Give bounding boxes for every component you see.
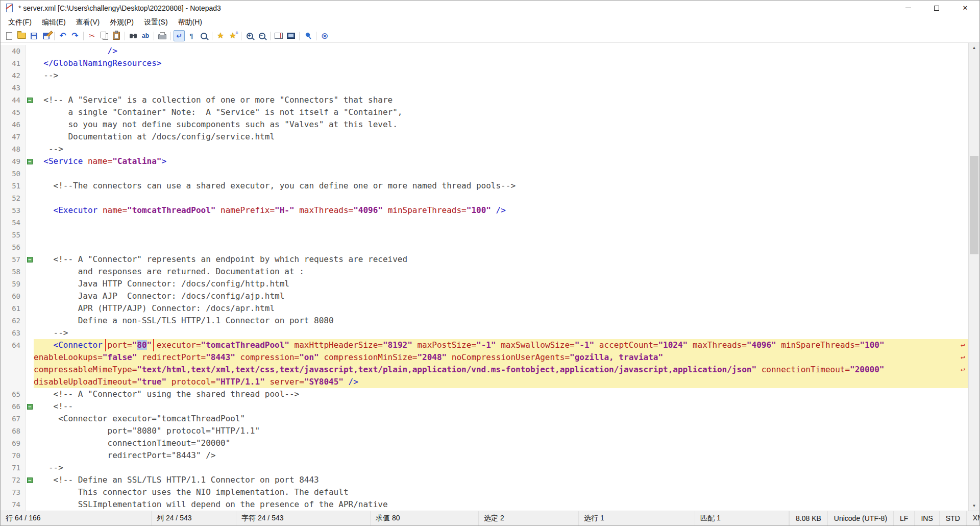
code-text[interactable]: redirectPort="8443" />	[34, 449, 968, 462]
code-text[interactable]: -->	[34, 327, 968, 339]
save-file-icon[interactable]	[28, 30, 39, 41]
replace-icon[interactable]: ab	[140, 30, 151, 41]
add-favorite-icon[interactable]: ★	[227, 30, 238, 41]
vertical-scrollbar[interactable]: ▲ ▼	[968, 43, 979, 511]
line-number[interactable]	[1, 376, 26, 388]
code-text[interactable]: <!-- A "Service" is a collection of one …	[34, 94, 968, 106]
open-file-icon[interactable]	[16, 30, 27, 41]
code-text[interactable]: Java AJP Connector: /docs/config/ajp.htm…	[34, 290, 968, 302]
always-on-top-pin-icon[interactable]	[302, 30, 313, 41]
menu-item-view[interactable]: 查看(V)	[71, 16, 105, 29]
status-encoding[interactable]: Unicode (UTF-8)	[827, 511, 893, 525]
line-number[interactable]: 70	[1, 449, 26, 462]
code-text[interactable]	[34, 241, 968, 253]
restore-button[interactable]	[922, 1, 951, 15]
code-text[interactable]: port="8080" protocol="HTTP/1.1"	[34, 425, 968, 437]
line-number[interactable]: 71	[1, 462, 26, 474]
print-icon[interactable]	[157, 30, 168, 41]
line-number[interactable]: 65	[1, 388, 26, 400]
line-number[interactable]: 44	[1, 94, 26, 106]
code-text[interactable]: <Connector executor="tomcatThreadPool"	[34, 413, 968, 425]
line-number[interactable]	[1, 364, 26, 376]
menu-item-settings[interactable]: 设置(S)	[139, 16, 173, 29]
undo-icon[interactable]: ↶	[57, 30, 68, 41]
code-text[interactable]: <!--The connectors can use a shared exec…	[34, 180, 968, 192]
code-text[interactable]: <Executor name="tomcatThreadPool" namePr…	[34, 204, 968, 217]
code-text[interactable]: <Service name="Catalina">	[34, 155, 968, 168]
code-text[interactable]: and responses are returned. Documentatio…	[34, 266, 968, 278]
menu-item-file[interactable]: 文件(F)	[3, 16, 37, 29]
code-text[interactable]: <!-- Define an SSL/TLS HTTP/1.1 Connecto…	[34, 474, 968, 486]
code-text[interactable]: so you may not define subcomponents such…	[34, 118, 968, 131]
code-text[interactable]: <!-- A "Connector" represents an endpoin…	[34, 253, 968, 266]
exit-icon[interactable]: ⊗	[319, 30, 330, 41]
line-number[interactable]: 58	[1, 266, 26, 278]
code-text[interactable]: a single "Container" Note: A "Service" i…	[34, 106, 968, 118]
line-number[interactable]: 42	[1, 69, 26, 82]
code-text[interactable]	[34, 82, 968, 94]
status-edit-mode[interactable]: STD	[939, 511, 966, 525]
code-text[interactable]: -->	[34, 143, 968, 155]
line-number[interactable]: 55	[1, 229, 26, 241]
code-text[interactable]: Documentation at /docs/config/service.ht…	[34, 131, 968, 143]
minimize-button[interactable]	[894, 1, 922, 15]
menu-item-appearance[interactable]: 外观(P)	[105, 16, 139, 29]
code-text[interactable]: <!--	[34, 400, 968, 413]
code-text[interactable]: Java HTTP Connector: /docs/config/http.h…	[34, 278, 968, 290]
code-text[interactable]: compressableMimeType="text/html,text/xml…	[34, 364, 968, 376]
fold-margin[interactable]: −	[26, 400, 34, 413]
line-number[interactable]: 43	[1, 82, 26, 94]
scroll-up-arrow[interactable]: ▲	[969, 43, 979, 53]
save-as-icon[interactable]	[40, 30, 52, 41]
fold-margin[interactable]: −	[26, 474, 34, 486]
zoom-out-icon[interactable]	[256, 30, 267, 41]
line-number[interactable]: 62	[1, 315, 26, 327]
code-text[interactable]: -->	[34, 462, 968, 474]
code-text[interactable]	[34, 168, 968, 180]
line-number[interactable]: 68	[1, 425, 26, 437]
status-file-size[interactable]: 8.08 KB	[789, 511, 827, 525]
status-selected-lines[interactable]: 选行 1	[579, 511, 695, 525]
long-line-marker-icon[interactable]	[273, 30, 284, 41]
code-text[interactable]: <Connector port="80" executor="tomcatThr…	[34, 339, 968, 351]
line-number[interactable]: 46	[1, 118, 26, 131]
paste-icon[interactable]	[111, 30, 122, 41]
menu-item-edit[interactable]: 编辑(E)	[37, 16, 71, 29]
code-text[interactable]: This connector uses the NIO implementati…	[34, 486, 968, 498]
full-screen-icon[interactable]	[285, 30, 297, 41]
line-number[interactable]: 74	[1, 498, 26, 511]
editor[interactable]: 40 />41 </GlobalNamingResources>42 -->43…	[1, 43, 979, 511]
code-text[interactable]: SSLImplementation will depend on the pre…	[34, 498, 968, 511]
code-text[interactable]	[34, 217, 968, 229]
line-number[interactable]: 45	[1, 106, 26, 118]
code-text[interactable]: connectionTimeout="20000"	[34, 437, 968, 449]
line-number[interactable]: 63	[1, 327, 26, 339]
line-number[interactable]: 51	[1, 180, 26, 192]
wrap-symbols-icon[interactable]: ¶	[186, 30, 197, 41]
status-matches[interactable]: 匹配 1	[695, 511, 789, 525]
line-number[interactable]: 69	[1, 437, 26, 449]
fold-margin[interactable]: −	[26, 155, 34, 168]
status-column-position[interactable]: 列 24 / 543	[152, 511, 236, 525]
find-icon[interactable]	[128, 30, 139, 41]
line-number[interactable]: 66	[1, 400, 26, 413]
line-number[interactable]: 47	[1, 131, 26, 143]
code-text[interactable]: />	[34, 45, 968, 57]
menu-item-help[interactable]: 帮助(H)	[173, 16, 207, 29]
fold-collapse-icon[interactable]: −	[27, 159, 33, 164]
fold-collapse-icon[interactable]: −	[27, 98, 33, 103]
code-text[interactable]: -->	[34, 69, 968, 82]
status-eol-mode[interactable]: LF	[893, 511, 914, 525]
close-button[interactable]: ✕	[951, 1, 979, 15]
code-text[interactable]: enableLookups="false" redirectPort="8443…	[34, 351, 968, 364]
code-text[interactable]: disableUploadTimeout="true" protocol="HT…	[34, 376, 968, 388]
line-number[interactable]: 48	[1, 143, 26, 155]
fold-collapse-icon[interactable]: −	[27, 477, 33, 483]
status-file-type[interactable]: XML 文件	[966, 511, 979, 525]
line-number[interactable]: 53	[1, 204, 26, 217]
line-number[interactable]: 50	[1, 168, 26, 180]
copy-icon[interactable]	[99, 30, 110, 41]
code-text[interactable]	[34, 229, 968, 241]
line-number[interactable]: 40	[1, 45, 26, 57]
status-selected-chars[interactable]: 选定 2	[479, 511, 579, 525]
